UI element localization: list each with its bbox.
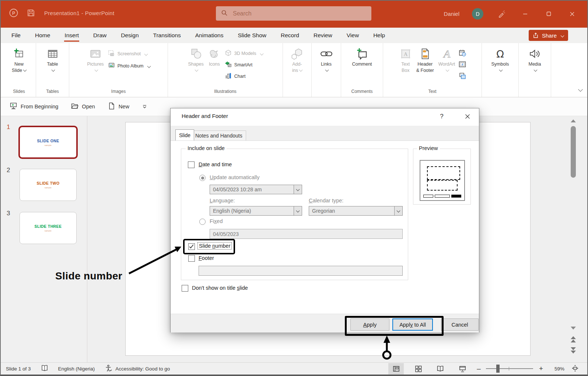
slide-thumbnail-3[interactable]: SLIDE THREE sample [20, 212, 77, 244]
close-icon [465, 114, 470, 119]
insert-object-button[interactable] [458, 72, 467, 81]
preview-title-placeholder [427, 166, 460, 180]
tab-slide[interactable]: Slide [175, 129, 194, 140]
chart-button[interactable]: Chart [223, 72, 265, 81]
insert-date-time-button[interactable] [458, 49, 467, 59]
fixed-date-input[interactable]: 04/05/2023 [210, 229, 403, 239]
menu-tab-insert[interactable]: Insert [64, 28, 79, 42]
save-icon[interactable] [27, 8, 35, 19]
links-button[interactable]: Links [318, 46, 335, 89]
menu-tab-transitions[interactable]: Transitions [153, 28, 181, 42]
table-button[interactable]: Table [45, 46, 61, 89]
date-and-time-checkbox[interactable] [188, 161, 195, 168]
menu-tab-review[interactable]: Review [313, 28, 333, 42]
fixed-radio[interactable] [199, 219, 206, 225]
spellcheck-icon[interactable] [41, 364, 49, 373]
avatar[interactable]: D [472, 8, 483, 20]
next-slide-button[interactable] [571, 347, 576, 354]
menu-tab-slide-show[interactable]: Slide Show [237, 28, 267, 42]
collapse-ribbon-button[interactable] [577, 87, 582, 93]
dont-show-on-title-slide-checkbox[interactable] [182, 285, 188, 292]
text-box-button[interactable]: A TextBox [398, 46, 414, 89]
search-input[interactable] [232, 10, 344, 17]
ribbon-group-media: Media [519, 43, 551, 97]
title-bar: P Presentation1 - PowerPoint Daniel D [0, 0, 588, 28]
dialog-close-button[interactable] [460, 111, 475, 122]
zoom-slider-thumb[interactable] [496, 365, 500, 373]
minimize-button[interactable] [519, 8, 531, 20]
search-box[interactable] [216, 6, 371, 21]
ribbon-group-slides: New Slide Slides [2, 43, 36, 97]
symbols-button[interactable]: Ω Symbols [490, 46, 511, 89]
3d-models-button[interactable]: 3D Models [223, 49, 265, 58]
zoom-in-button[interactable]: + [537, 365, 545, 373]
group-label-text: Text [383, 89, 482, 97]
screenshot-button[interactable]: Screenshot [106, 49, 152, 59]
chevron-down-icon [578, 87, 583, 92]
insert-slide-number-button[interactable]: # [458, 60, 467, 70]
close-button[interactable] [567, 8, 578, 20]
scroll-down-button[interactable] [571, 327, 576, 330]
customize-qat-button[interactable] [142, 104, 147, 109]
photo-album-button[interactable]: Photo Album [106, 61, 152, 71]
share-icon [533, 32, 539, 38]
footer-text-input[interactable] [199, 266, 403, 276]
slide-number-label: 1 [7, 123, 10, 131]
new-slide-button[interactable]: New Slide [10, 46, 28, 89]
previous-slide-button[interactable] [571, 336, 576, 342]
chevron-down-icon [195, 68, 199, 72]
pen-icon[interactable] [496, 8, 507, 20]
footer-checkbox[interactable] [188, 255, 195, 262]
add-ins-button[interactable]: Add- ins [289, 46, 306, 89]
wordart-button[interactable]: A WordArt [437, 46, 457, 89]
language-select[interactable]: English (Nigeria) [210, 206, 302, 216]
menu-tab-help[interactable]: Help [373, 28, 385, 42]
zoom-slider[interactable] [486, 368, 533, 369]
scroll-up-button[interactable] [571, 119, 576, 122]
pictures-button[interactable]: Pictures [85, 46, 105, 89]
accessibility-status[interactable]: Accessibility: Good to go [104, 364, 170, 373]
slide-sorter-button[interactable] [410, 363, 426, 375]
media-button[interactable]: Media [526, 46, 543, 89]
dont-show-on-title-slide-label: Don't show on title slide [192, 285, 248, 291]
include-on-slide-legend: Include on slide [186, 145, 227, 151]
normal-view-button[interactable] [388, 363, 404, 375]
share-button[interactable]: Share [529, 30, 568, 41]
dialog-help-button[interactable]: ? [437, 111, 447, 122]
comment-button[interactable]: Comment [350, 46, 374, 89]
menu-tab-home[interactable]: Home [35, 28, 50, 42]
speaker-icon [528, 46, 542, 61]
smartart-button[interactable]: SmartArt [223, 60, 265, 70]
menu-tab-record[interactable]: Record [280, 28, 300, 42]
slide-thumbnail-1[interactable]: SLIDE ONE sample [18, 126, 78, 159]
shapes-button[interactable]: Shapes [186, 46, 205, 89]
slideshow-button[interactable] [455, 363, 470, 375]
chart-icon [225, 72, 232, 80]
header-footer-button[interactable]: Header& Footer [414, 46, 436, 89]
menu-tab-file[interactable]: File [11, 28, 21, 42]
group-label-illustrations: Illustrations [168, 89, 283, 97]
icons-button[interactable]: Icons [206, 46, 223, 89]
chevron-down-icon [94, 68, 98, 72]
language-status[interactable]: English (Nigeria) [58, 366, 95, 372]
menu-tab-view[interactable]: View [346, 28, 359, 42]
open-button[interactable]: Open [71, 102, 95, 111]
fit-slide-button[interactable] [571, 364, 579, 373]
tab-notes-and-handouts[interactable]: Notes and Handouts [192, 130, 246, 140]
calendar-type-select[interactable]: Gregorian [309, 206, 403, 216]
datetime-format-select[interactable]: 04/05/2023 10:28 am [210, 185, 302, 194]
from-beginning-button[interactable]: From Beginning [10, 102, 58, 111]
scrollbar-thumb[interactable] [571, 126, 576, 178]
zoom-out-button[interactable]: – [475, 365, 482, 373]
menu-tab-draw[interactable]: Draw [93, 28, 107, 42]
slide-thumbnail-2[interactable]: SLIDE TWO sample [20, 169, 77, 201]
update-automatically-radio[interactable] [199, 175, 206, 181]
menu-tab-animations[interactable]: Animations [195, 28, 224, 42]
maximize-button[interactable] [543, 8, 554, 20]
cancel-button[interactable]: Cancel [441, 318, 479, 331]
zoom-percentage[interactable]: 59% [545, 366, 564, 372]
reading-view-button[interactable] [433, 363, 448, 375]
new-file-button[interactable]: New [108, 102, 129, 111]
menu-tab-design[interactable]: Design [120, 28, 139, 42]
text-box-icon: A [399, 46, 412, 61]
